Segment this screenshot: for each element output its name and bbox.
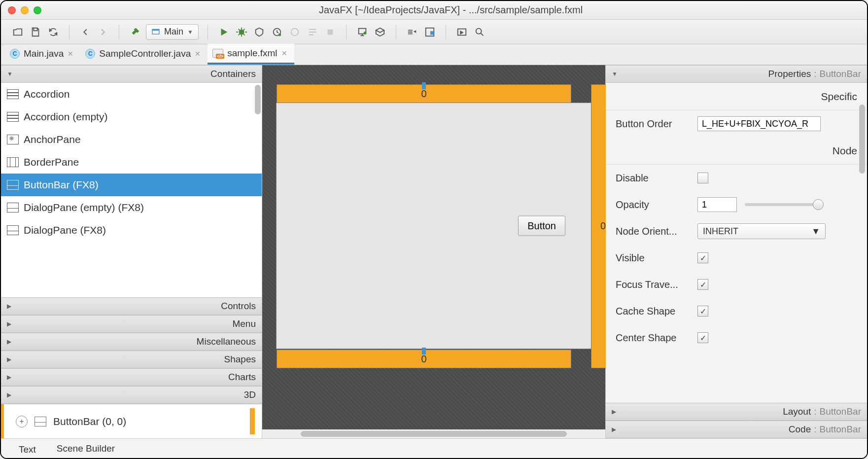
- attach-icon[interactable]: [288, 25, 302, 39]
- window-title: JavaFX [~/IdeaProjects/JavaFX] - .../src…: [41, 4, 860, 16]
- library-item-accordion-empty[interactable]: Accordion (empty): [1, 106, 262, 128]
- anchor-top-bar[interactable]: 0: [277, 84, 571, 103]
- containers-section-header[interactable]: ▼ Containers: [1, 65, 262, 83]
- svg-point-8: [364, 32, 367, 35]
- avd-icon[interactable]: [355, 25, 369, 39]
- prop-visible: Visible ✓: [606, 245, 867, 271]
- text-tab[interactable]: Text: [16, 440, 39, 459]
- buttonbar-icon: [35, 417, 46, 426]
- library-item-buttonbar[interactable]: ButtonBar (FX8): [1, 174, 262, 196]
- library-item-dialogpane[interactable]: DialogPane (FX8): [1, 219, 262, 242]
- charts-section-header[interactable]: ▶Charts: [1, 368, 262, 386]
- fxml-file-icon: [212, 49, 223, 58]
- node-orientation-combo[interactable]: INHERIT▼: [697, 223, 826, 239]
- minimize-window-button[interactable]: [21, 6, 29, 14]
- shapes-section-header[interactable]: ▶Shapes: [1, 351, 262, 368]
- properties-list: Specific Button Order Node Disable Opaci…: [606, 83, 867, 403]
- main-toolbar: Main ▼: [1, 20, 867, 44]
- button-order-input[interactable]: [697, 116, 821, 131]
- structure-icon[interactable]: [423, 25, 437, 39]
- button-preview[interactable]: Button: [518, 216, 565, 236]
- close-tab-icon[interactable]: ✕: [68, 50, 73, 58]
- svg-point-5: [291, 28, 299, 35]
- library-item-dialogpane-empty[interactable]: DialogPane (empty) (FX8): [1, 196, 262, 219]
- svg-rect-1: [152, 29, 159, 31]
- code-header[interactable]: ▶ Code : ButtonBar: [606, 421, 867, 438]
- window-controls: [8, 6, 41, 14]
- disable-checkbox[interactable]: [697, 173, 708, 183]
- expand-triangle-icon: ▶: [7, 320, 11, 327]
- svg-rect-10: [430, 31, 434, 35]
- library-item-anchorpane[interactable]: AnchorPane: [1, 128, 262, 151]
- prop-node-orientation: Node Orient... INHERIT▼: [606, 218, 867, 245]
- java-file-icon: C: [85, 49, 95, 59]
- center-checkbox[interactable]: ✓: [697, 332, 708, 343]
- build-icon[interactable]: [128, 25, 142, 39]
- focus-checkbox[interactable]: ✓: [697, 279, 708, 290]
- save-icon[interactable]: [29, 25, 42, 39]
- tab-samplecontroller-java[interactable]: C SampleController.java ✕: [80, 44, 208, 65]
- scrollbar-thumb[interactable]: [859, 105, 865, 174]
- library-panel: ▼ Containers Accordion Accordion (empty)…: [1, 65, 262, 438]
- resize-handle-icon[interactable]: [422, 348, 426, 354]
- tab-sample-fxml[interactable]: sample.fxml ✕: [208, 44, 294, 65]
- hierarchy-row[interactable]: + ButtonBar (0, 0): [1, 404, 262, 438]
- canvas-horizontal-scrollbar[interactable]: [262, 429, 605, 438]
- refresh-icon[interactable]: [46, 25, 60, 39]
- prop-focus-traversable: Focus Trave... ✓: [606, 271, 867, 298]
- properties-header[interactable]: ▼ Properties: ButtonBar: [606, 65, 867, 83]
- forward-icon[interactable]: [96, 25, 110, 39]
- add-icon[interactable]: +: [16, 416, 28, 427]
- close-tab-icon[interactable]: ✕: [195, 50, 201, 58]
- anchor-right-value: 0: [600, 220, 606, 232]
- 3d-section-header[interactable]: ▶3D: [1, 386, 262, 404]
- anchor-bottom-bar[interactable]: 0: [277, 350, 571, 368]
- settings-icon[interactable]: [405, 25, 419, 39]
- zoom-window-button[interactable]: [34, 6, 41, 14]
- scene-builder-tab[interactable]: Scene Builder: [54, 439, 118, 459]
- scrollbar-thumb[interactable]: [301, 431, 567, 437]
- library-item-borderpane[interactable]: BorderPane: [1, 151, 262, 174]
- prop-button-order: Button Order: [606, 110, 867, 137]
- stop-icon[interactable]: [323, 25, 337, 39]
- collapse-triangle-icon: ▼: [7, 71, 13, 77]
- controls-section-header[interactable]: ▶Controls: [1, 297, 262, 315]
- expand-triangle-icon: ▶: [7, 303, 11, 310]
- prop-center-shape: Center Shape ✓: [606, 324, 867, 351]
- run-icon[interactable]: [217, 25, 231, 39]
- coverage-icon[interactable]: [252, 25, 266, 39]
- open-icon[interactable]: [11, 25, 25, 39]
- back-icon[interactable]: [78, 25, 92, 39]
- preview-icon[interactable]: [455, 25, 469, 39]
- cache-checkbox[interactable]: ✓: [697, 306, 708, 317]
- slider-knob[interactable]: [813, 199, 824, 210]
- editor-tabs: C Main.java ✕ C SampleController.java ✕ …: [1, 44, 867, 65]
- close-tab-icon[interactable]: ✕: [281, 49, 287, 57]
- profile-icon[interactable]: [270, 25, 284, 39]
- menu-section-header[interactable]: ▶Menu: [1, 315, 262, 333]
- sdk-icon[interactable]: [373, 25, 387, 39]
- misc-section-header[interactable]: ▶Miscellaneous: [1, 333, 262, 351]
- visible-checkbox[interactable]: ✓: [697, 252, 708, 263]
- library-item-accordion[interactable]: Accordion: [1, 83, 262, 106]
- resize-handle-icon[interactable]: [422, 82, 426, 89]
- scrollbar-thumb[interactable]: [255, 85, 261, 114]
- svg-point-4: [278, 33, 281, 36]
- tab-main-java[interactable]: C Main.java ✕: [5, 44, 80, 65]
- layout-header[interactable]: ▶ Layout : ButtonBar: [606, 403, 867, 421]
- prop-opacity: Opacity: [606, 191, 867, 218]
- opacity-slider[interactable]: [745, 203, 824, 206]
- close-window-button[interactable]: [8, 6, 16, 14]
- canvas-viewport[interactable]: 0 0 0 Button: [262, 65, 605, 429]
- debug-icon[interactable]: [235, 25, 248, 39]
- opacity-input[interactable]: [697, 197, 737, 212]
- design-canvas: 0 0 0 Button: [262, 65, 606, 438]
- section-specific: Specific: [606, 83, 867, 110]
- expand-triangle-icon: ▶: [7, 391, 11, 398]
- run-anything-icon[interactable]: [306, 25, 319, 39]
- design-surface[interactable]: 0 0 0 Button: [276, 103, 591, 349]
- run-config-selector[interactable]: Main ▼: [146, 24, 199, 40]
- expand-triangle-icon: ▶: [612, 426, 616, 433]
- collapse-triangle-icon: ▼: [612, 71, 618, 77]
- search-icon[interactable]: [473, 25, 486, 39]
